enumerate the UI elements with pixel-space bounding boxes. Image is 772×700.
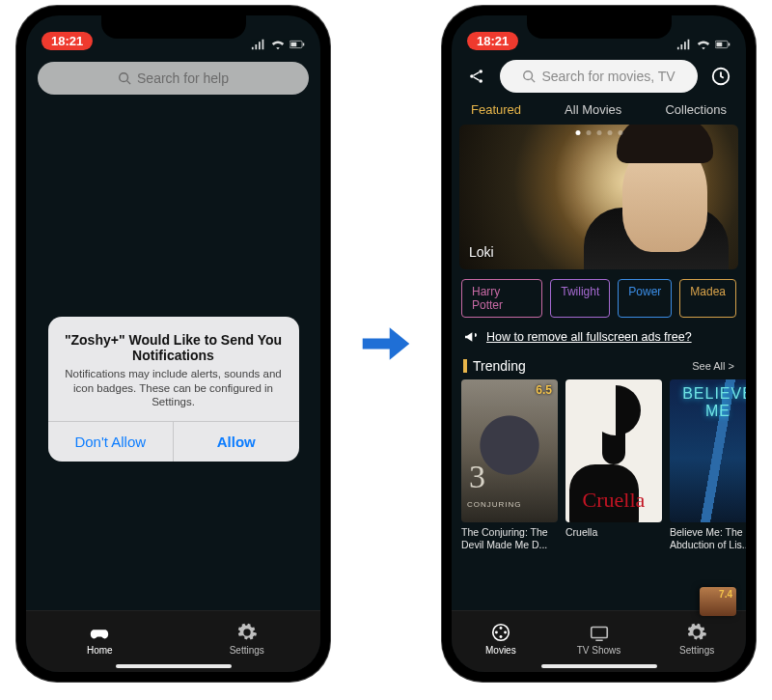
svg-rect-1 [290,42,296,46]
movie-card[interactable]: BELIEVE ME Believe Me: The Abduction of … [670,379,746,551]
movie-title: Cruella [565,526,662,551]
arrow-right-icon [359,317,413,371]
svg-point-15 [499,627,502,630]
signal-icon [676,39,692,50]
notch [527,15,672,39]
share-button[interactable] [463,63,490,90]
status-time: 18:21 [467,32,518,50]
chip-twilight[interactable]: Twilight [550,279,610,318]
phone-left: 18:21 Search for help "Zoshy+" Wo [16,6,330,682]
film-reel-icon [490,622,511,643]
svg-rect-19 [591,628,607,638]
battery-icon [290,39,305,50]
tab-label: TV Shows [577,645,621,656]
history-button[interactable] [707,63,734,90]
tab-tv-shows[interactable]: TV Shows [550,611,648,666]
notch [101,15,246,39]
search-placeholder: Search for movies, TV [541,69,675,84]
chip-harry-potter[interactable]: Harry Potter [461,279,542,318]
svg-rect-2 [303,43,304,46]
share-icon [467,67,486,86]
chip-row: Harry Potter Twilight Power Madea [452,269,746,323]
movie-title: Believe Me: The Abduction of Lis... [670,526,746,551]
section-title: Trending [473,358,526,374]
hero-title: Loki [469,244,494,260]
search-input[interactable]: Search for help [38,62,309,95]
svg-point-8 [470,74,474,78]
tab-settings[interactable]: Settings [174,611,321,666]
gear-icon [686,622,707,643]
svg-point-17 [495,631,498,634]
tab-label: Settings [230,645,264,656]
tab-bar: Home Settings [26,610,320,672]
svg-point-16 [499,635,502,638]
svg-line-12 [532,79,536,83]
signal-icon [251,39,266,50]
poster-logo: Cruella [565,488,662,513]
hero-banner[interactable]: Loki [459,125,738,269]
poster: Cruella [565,379,662,522]
category-tabs: Featured All Movies Collections [452,98,746,125]
chip-madea[interactable]: Madea [679,279,736,318]
tab-featured[interactable]: Featured [471,102,521,117]
search-placeholder: Search for help [137,70,229,86]
chip-power[interactable]: Power [618,279,672,318]
see-all-link[interactable]: See All > [692,360,734,372]
svg-point-11 [524,71,533,80]
rating-badge: 6.5 [536,383,552,397]
tab-bar: Movies TV Shows Settings [452,610,746,672]
poster-logo: BELIEVE ME [670,385,746,420]
gear-icon [236,622,258,643]
phone-right: 18:21 Search for movies, TV [442,6,756,682]
carousel-dots [575,130,622,135]
allow-button[interactable]: Allow [173,422,299,462]
tab-label: Home [87,645,113,656]
tab-label: Settings [679,645,714,656]
search-icon [522,70,536,83]
svg-rect-7 [729,43,730,46]
promo-text: How to remove all fullscreen ads free? [486,330,692,344]
svg-point-10 [479,79,482,83]
rating-badge: 7.4 [719,589,732,600]
movie-card[interactable]: 6.5 The Conjuring: The Devil Made Me D..… [461,379,558,551]
svg-point-18 [504,631,507,634]
poster: 6.5 [461,379,558,522]
dialog-title: "Zoshy+" Would Like to Send You Notifica… [62,332,286,363]
tab-label: Movies [485,645,516,656]
notification-permission-dialog: "Zoshy+" Would Like to Send You Notifica… [26,100,320,610]
poster: BELIEVE ME [670,379,746,522]
gamepad-icon [89,622,110,643]
search-input[interactable]: Search for movies, TV [500,60,698,93]
tv-icon [589,622,610,643]
clock-icon [710,66,731,87]
mini-card[interactable]: 7.4 [700,587,736,616]
dialog-message: Notifications may include alerts, sounds… [62,367,286,410]
battery-icon [715,39,731,50]
movie-title: The Conjuring: The Devil Made Me D... [461,526,558,551]
section-header-trending: Trending See All > [452,350,746,379]
home-indicator[interactable] [541,664,657,668]
promo-banner[interactable]: How to remove all fullscreen ads free? [452,323,746,350]
svg-point-9 [479,70,482,73]
tab-collections[interactable]: Collections [665,102,727,117]
svg-line-4 [127,81,131,85]
dont-allow-button[interactable]: Don't Allow [48,422,174,462]
tab-settings[interactable]: Settings [648,611,746,666]
svg-point-3 [120,73,128,82]
movie-card[interactable]: Cruella Cruella [565,379,662,551]
tab-movies[interactable]: Movies [452,611,550,666]
tab-all-movies[interactable]: All Movies [565,102,621,117]
tab-home[interactable]: Home [26,611,174,666]
status-time: 18:21 [41,32,93,50]
home-indicator[interactable] [116,664,232,668]
search-icon [118,71,131,85]
megaphone-icon [463,329,479,345]
svg-rect-6 [716,42,722,46]
trending-row: 6.5 The Conjuring: The Devil Made Me D..… [452,379,746,551]
wifi-icon [696,39,711,50]
wifi-icon [270,39,286,50]
